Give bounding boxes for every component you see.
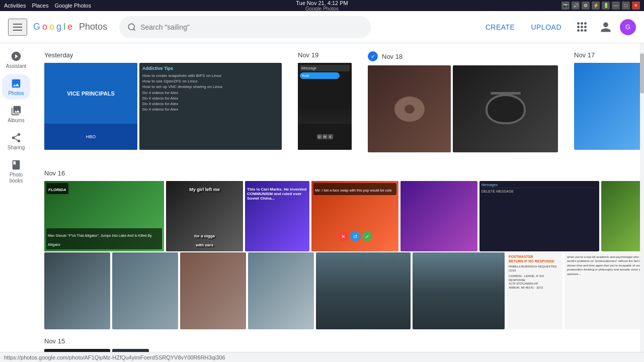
upload-button[interactable]: UPLOAD: [525, 19, 568, 35]
svg-point-0: [128, 24, 134, 30]
status-bar: https://photos.google.com/photo/AF1QipMz…: [0, 352, 644, 362]
app-body: Assistant Photos Albums Sharing Photo bo…: [0, 43, 644, 362]
photo-parking[interactable]: [248, 252, 314, 329]
scrollbar-track[interactable]: [640, 43, 644, 362]
hamburger-line-3: [13, 30, 22, 31]
photo-car-interior[interactable]: [112, 252, 178, 329]
photo-carl[interactable]: This is Carl Marks. He invented COMMUNIS…: [245, 181, 309, 251]
header-actions: CREATE UPLOAD G: [479, 17, 636, 37]
taskbar-icon-close[interactable]: ✕: [632, 2, 640, 10]
photo-letter[interactable]: POSTMASTERRETURN IF NO RESPONSE PAMELA B…: [507, 252, 562, 329]
user-avatar[interactable]: G: [620, 19, 636, 35]
sidebar-item-assistant[interactable]: Assistant: [2, 47, 30, 72]
sidebar-label-photos: Photos: [8, 90, 24, 97]
taskbar-icon-minimize[interactable]: —: [612, 2, 620, 10]
taskbar-icon-battery: 🔋: [602, 2, 610, 10]
taskbar-system-icons: 📷 🔊 ⚙ ⚡ 🔋 — □ ✕: [561, 2, 640, 10]
hamburger-line-2: [13, 27, 22, 28]
taskbar-icon-2: 🔊: [572, 2, 580, 10]
photo-row-nov18: [368, 65, 558, 152]
sidebar: Assistant Photos Albums Sharing Photo bo…: [0, 43, 32, 362]
nov18-check-icon: ✓: [368, 51, 378, 61]
main-content: Yesterday VICE PRINCIPALS HBO: [32, 43, 640, 362]
taskbar-icon-maximize[interactable]: □: [622, 2, 630, 10]
search-bar[interactable]: [119, 16, 371, 38]
sidebar-label-sharing: Sharing: [8, 145, 25, 151]
photo-woman[interactable]: [574, 63, 640, 150]
photobooks-icon: [10, 159, 22, 171]
photo-essay[interactable]: when you're a two-bit academic and psych…: [565, 252, 640, 329]
sharing-icon: [10, 132, 22, 144]
date-nov16: Nov 16: [44, 169, 628, 177]
section-nov19: Nov 19 iMessage Yeah Q W: [298, 51, 352, 151]
photo-convo[interactable]: Messages DELETE MESSAGE: [479, 181, 599, 251]
search-input[interactable]: [140, 23, 363, 31]
taskbar-icon-1: 📷: [561, 2, 570, 10]
photo-pot[interactable]: [453, 65, 558, 152]
apps-grid-button[interactable]: [572, 17, 592, 37]
taskbar-time: Tue Nov 21, 4:12 PM: [296, 0, 348, 6]
taskbar-activities[interactable]: Activities: [4, 3, 26, 9]
sidebar-item-photos[interactable]: Photos: [2, 74, 30, 100]
photo-taco[interactable]: [601, 181, 640, 251]
date-nov15: Nov 15: [44, 337, 628, 345]
hamburger-menu-button[interactable]: [8, 19, 27, 36]
logo-photos-text: Photos: [79, 22, 107, 32]
photo-donuts[interactable]: [368, 65, 451, 152]
photo-phone-msg[interactable]: iMessage Yeah Q W E: [298, 63, 352, 150]
sidebar-label-albums: Albums: [8, 118, 24, 124]
photo-row-nov16-2: POSTMASTERRETURN IF NO RESPONSE PAMELA B…: [44, 252, 628, 329]
account-icon: [600, 21, 612, 33]
google-photos-logo: Google Photos: [33, 22, 107, 32]
photo-boy[interactable]: [44, 252, 110, 329]
taskbar-center: Tue Nov 21, 4:12 PM Google Photos: [296, 0, 348, 12]
header: Google Photos CREATE UPLOAD G: [0, 11, 644, 43]
sidebar-item-photobooks[interactable]: Photo books: [2, 156, 30, 187]
create-button[interactable]: CREATE: [479, 19, 521, 35]
section-nov18: ✓ Nov 18: [368, 51, 558, 153]
search-icon: [127, 23, 136, 32]
date-nov17: Nov 17: [574, 51, 640, 59]
photo-road2[interactable]: [413, 252, 505, 329]
photo-florida[interactable]: FLORIDA Man Shouts "F*ck That Alligator"…: [44, 181, 164, 251]
taskbar-app-title: Google Photos: [305, 6, 339, 12]
taskbar: Activities Places Google Photos Tue Nov …: [0, 0, 644, 11]
section-nov17: Nov 17: [574, 51, 640, 151]
sidebar-label-assistant: Assistant: [6, 63, 27, 69]
sidebar-item-albums[interactable]: Albums: [2, 102, 30, 127]
photo-row-nov16-1: FLORIDA Man Shouts "F*ck That Alligator"…: [44, 181, 628, 251]
taskbar-places[interactable]: Places: [32, 3, 48, 9]
section-yesterday: Yesterday VICE PRINCIPALS HBO: [44, 51, 282, 151]
albums-icon: [10, 105, 22, 117]
scrollbar-thumb[interactable]: [640, 53, 644, 94]
photo-row-nov17: [574, 63, 640, 150]
photo-tips[interactable]: Addictive Tips How to create snapshots w…: [139, 63, 282, 150]
logo-letter-g2: g: [56, 22, 61, 32]
photo-row-yesterday: VICE PRINCIPALS HBO Addictive Tips How t…: [44, 63, 282, 150]
logo-letter-G: G: [33, 22, 40, 32]
taskbar-googlephotos[interactable]: Google Photos: [54, 3, 91, 9]
account-circle-button[interactable]: [596, 17, 616, 37]
taskbar-icon-3: ⚙: [582, 2, 590, 10]
photo-row-nov19: iMessage Yeah Q W E: [298, 63, 352, 150]
top-sections-row: Yesterday VICE PRINCIPALS HBO: [44, 51, 628, 161]
photo-faceswap2[interactable]: [400, 181, 477, 251]
date-yesterday: Yesterday: [44, 51, 282, 59]
apps-grid-icon: [577, 22, 586, 32]
date-nov19: Nov 19: [298, 51, 352, 59]
logo-letter-l: l: [63, 22, 65, 32]
section-nov16: Nov 16 FLORIDA Man Shouts "F*ck That All…: [44, 169, 628, 329]
taskbar-right: 📷 🔊 ⚙ ⚡ 🔋 — □ ✕: [561, 2, 640, 10]
date-nov18: ✓ Nov 18: [368, 51, 558, 61]
photo-road1[interactable]: [316, 252, 411, 329]
header-left: Google Photos: [8, 19, 107, 36]
photo-viceprinc[interactable]: VICE PRINCIPALS HBO: [44, 63, 137, 150]
photo-faceswap1[interactable]: Me: I bet a face swap with this pup woul…: [311, 181, 398, 251]
photo-mygirl[interactable]: My girl left me for a niggawith ears: [166, 181, 243, 251]
hamburger-line-1: [13, 24, 22, 25]
sidebar-item-sharing[interactable]: Sharing: [2, 129, 30, 154]
photo-wall[interactable]: [180, 252, 246, 329]
taskbar-menu: Activities Places Google Photos: [4, 3, 91, 9]
assistant-icon: [10, 50, 22, 62]
photos-icon: [10, 77, 22, 89]
